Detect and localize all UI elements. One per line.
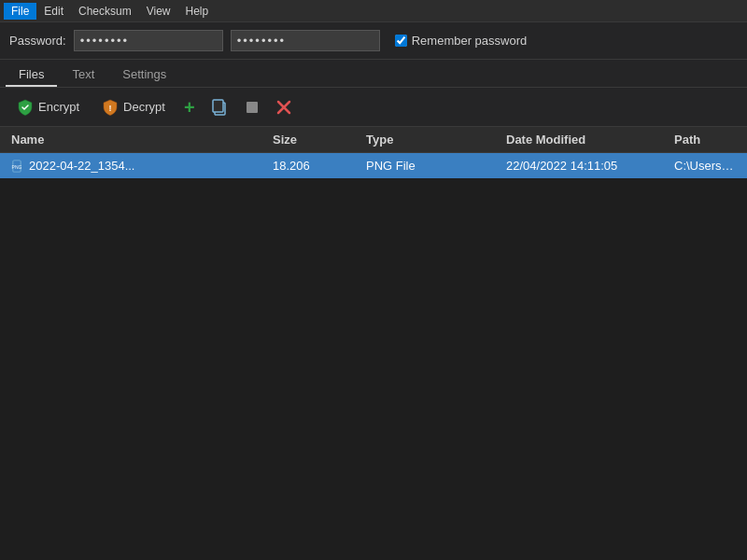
copy-button[interactable] xyxy=(204,94,234,120)
remember-password-text: Remember password xyxy=(412,34,528,48)
add-button[interactable]: + xyxy=(178,94,201,120)
tab-files[interactable]: Files xyxy=(6,63,57,87)
file-date-modified: 22/04/2022 14:11:05 xyxy=(502,157,670,175)
file-path: C:\Users\alber\One... xyxy=(670,157,740,175)
toolbar: Encrypt ! Decrypt + xyxy=(0,88,747,127)
menu-bar: File Edit Checksum View Help xyxy=(0,0,747,22)
password-label: Password: xyxy=(9,34,66,48)
shield-orange-icon: ! xyxy=(102,99,119,116)
menu-checksum[interactable]: Checksum xyxy=(71,3,139,20)
svg-rect-2 xyxy=(213,100,223,112)
shield-green-icon xyxy=(17,99,34,116)
add-icon: + xyxy=(184,98,195,117)
menu-edit[interactable]: Edit xyxy=(36,3,71,20)
col-size: Size xyxy=(269,131,362,148)
remember-password-label[interactable]: Remember password xyxy=(395,34,528,48)
password-row: Password: Remember password xyxy=(0,22,747,60)
svg-text:PNG: PNG xyxy=(12,164,22,170)
delete-button[interactable] xyxy=(270,95,298,119)
file-size: 18.206 xyxy=(269,157,362,175)
menu-help[interactable]: Help xyxy=(178,3,217,20)
file-name-cell: PNG 2022-04-22_1354... xyxy=(7,157,269,175)
tabs-row: Files Text Settings xyxy=(0,60,747,88)
content-area: Password: Remember password Files Text S… xyxy=(0,22,747,560)
encrypt-label: Encrypt xyxy=(38,100,79,114)
menu-view[interactable]: View xyxy=(139,3,178,20)
delete-icon xyxy=(275,99,292,116)
col-type: Type xyxy=(362,131,502,148)
col-date-modified: Date Modified xyxy=(502,131,670,148)
decrypt-label: Decrypt xyxy=(123,100,165,114)
square-icon xyxy=(244,99,261,116)
tab-settings[interactable]: Settings xyxy=(109,63,179,87)
file-icon: PNG xyxy=(11,160,24,173)
encrypt-button[interactable]: Encrypt xyxy=(7,95,89,119)
col-path: Path xyxy=(670,131,740,148)
col-name: Name xyxy=(7,131,269,148)
file-name: 2022-04-22_1354... xyxy=(29,159,134,173)
tab-text[interactable]: Text xyxy=(59,63,107,87)
password-input-1[interactable] xyxy=(74,30,223,51)
menu-file[interactable]: File xyxy=(4,3,36,20)
copy-icon xyxy=(210,98,229,117)
svg-rect-3 xyxy=(247,102,258,113)
stop-button[interactable] xyxy=(238,95,266,119)
remember-password-checkbox[interactable] xyxy=(395,35,407,47)
file-list: Name Size Type Date Modified Path PNG 20… xyxy=(0,127,747,560)
svg-text:!: ! xyxy=(109,104,112,113)
decrypt-button[interactable]: ! Decrypt xyxy=(92,95,175,119)
table-row[interactable]: PNG 2022-04-22_1354... 18.206 PNG File 2… xyxy=(0,153,747,178)
file-list-header: Name Size Type Date Modified Path xyxy=(0,127,747,153)
password-input-2[interactable] xyxy=(231,30,380,51)
file-type: PNG File xyxy=(362,157,502,175)
